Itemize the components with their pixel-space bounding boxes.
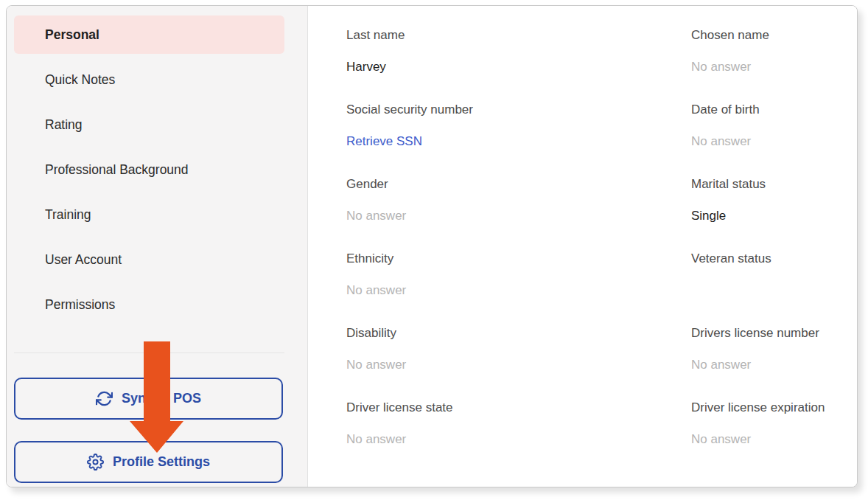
field-label: Chosen name	[691, 27, 857, 44]
field-value: Harvey	[346, 59, 691, 75]
field-value: No answer	[346, 357, 691, 373]
profile-settings-button[interactable]: Profile Settings	[14, 441, 283, 483]
field-marital-status: Marital status Single	[691, 176, 857, 251]
field-last-name: Last name Harvey	[346, 27, 691, 102]
field-value: No answer	[346, 208, 691, 224]
sidebar-item-label: Personal	[45, 27, 99, 43]
field-label: Veteran status	[691, 251, 857, 267]
field-label: Driver license expiration	[691, 400, 857, 416]
field-label: Marital status	[691, 176, 857, 192]
sidebar-item-label: Professional Background	[45, 162, 189, 178]
field-veteran-status: Veteran status	[691, 251, 857, 325]
field-gender: Gender No answer	[346, 176, 691, 251]
sidebar-item-label: Rating	[45, 117, 83, 133]
retrieve-ssn-link[interactable]: Retrieve SSN	[346, 133, 691, 150]
profile-settings-button-label: Profile Settings	[113, 454, 210, 470]
sidebar: Personal Quick Notes Rating Professional…	[7, 6, 308, 487]
field-label: Social security number	[346, 102, 691, 118]
field-label: Disability	[346, 325, 691, 341]
field-value: Single	[691, 208, 857, 224]
sidebar-item-professional-background[interactable]: Professional Background	[14, 150, 284, 189]
field-label: Drivers license number	[691, 325, 857, 341]
sync-icon	[96, 390, 113, 407]
sidebar-item-quick-notes[interactable]: Quick Notes	[14, 60, 284, 99]
field-driver-license-expiration: Driver license expiration No answer	[691, 400, 857, 474]
sidebar-item-label: Permissions	[45, 297, 115, 313]
field-label: Ethnicity	[346, 251, 691, 267]
sidebar-item-personal[interactable]: Personal	[14, 15, 284, 54]
field-ethnicity: Ethnicity No answer	[346, 251, 691, 325]
sync-to-pos-button[interactable]: Sync to POS	[14, 378, 283, 420]
sidebar-item-rating[interactable]: Rating	[14, 105, 284, 144]
sidebar-divider	[14, 353, 284, 353]
sidebar-item-permissions[interactable]: Permissions	[14, 285, 284, 324]
profile-window: Personal Quick Notes Rating Professional…	[6, 5, 858, 487]
field-label: Date of birth	[691, 102, 857, 118]
field-value: No answer	[346, 282, 691, 299]
field-label: Gender	[346, 176, 691, 192]
field-driver-license-state: Driver license state No answer	[346, 400, 691, 474]
sidebar-item-label: User Account	[45, 252, 122, 268]
field-drivers-license-number: Drivers license number No answer	[691, 325, 857, 400]
field-value: No answer	[691, 59, 857, 75]
sidebar-item-label: Training	[45, 207, 91, 223]
gear-icon	[87, 454, 104, 471]
field-chosen-name: Chosen name No answer	[691, 27, 857, 102]
field-label: Driver license state	[346, 400, 691, 416]
field-label: Last name	[346, 27, 691, 44]
personal-fields-grid: Last name Harvey Chosen name No answer S…	[346, 27, 857, 474]
personal-info-panel: Last name Harvey Chosen name No answer S…	[308, 6, 857, 487]
sidebar-item-training[interactable]: Training	[14, 195, 284, 234]
sidebar-item-user-account[interactable]: User Account	[14, 240, 284, 279]
sidebar-item-label: Quick Notes	[45, 72, 115, 88]
field-social-security-number: Social security number Retrieve SSN	[346, 102, 691, 176]
field-value: No answer	[346, 431, 691, 448]
field-value: No answer	[691, 357, 857, 373]
field-date-of-birth: Date of birth No answer	[691, 102, 857, 176]
field-disability: Disability No answer	[346, 325, 691, 400]
field-value: No answer	[691, 431, 857, 448]
sync-button-label: Sync to POS	[122, 391, 201, 406]
field-value: No answer	[691, 133, 857, 150]
